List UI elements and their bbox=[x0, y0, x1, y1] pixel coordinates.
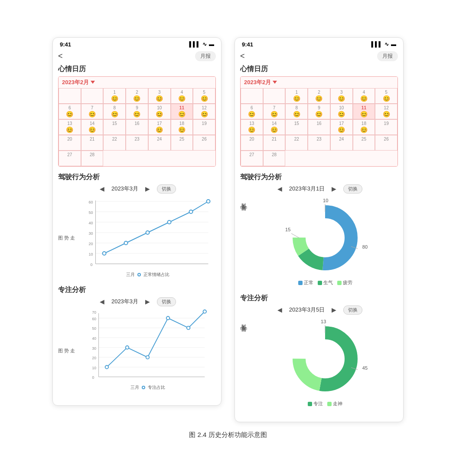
svg-point-41 bbox=[146, 355, 150, 359]
svg-point-54 bbox=[306, 340, 344, 378]
cal-empty bbox=[241, 88, 263, 104]
cal-day-17[interactable]: 17😊 bbox=[330, 119, 353, 135]
cal-day-21[interactable]: 21 bbox=[81, 135, 104, 151]
cal-day-26[interactable]: 26 bbox=[375, 135, 397, 151]
cal-day-7[interactable]: 7😊 bbox=[263, 104, 286, 119]
focus-legend-left: 三月 专注占比 bbox=[79, 384, 216, 391]
calendar-header-left: 2023年2月 bbox=[59, 77, 215, 88]
driving-prev-right[interactable]: ◀ bbox=[276, 184, 284, 193]
status-bar-left: 9:41 ▌▌▌ ∿ ▬ bbox=[53, 38, 221, 49]
focus-switch-right[interactable]: 切换 bbox=[343, 305, 362, 315]
cal-day-25[interactable]: 25 bbox=[353, 135, 375, 151]
cal-day-13[interactable]: 13😊 bbox=[241, 119, 263, 135]
cal-dropdown-icon-left bbox=[91, 81, 95, 84]
cal-day-6[interactable]: 6😊 bbox=[59, 104, 81, 119]
cal-day-23[interactable]: 23 bbox=[126, 135, 148, 151]
cal-day-16[interactable]: 16 bbox=[126, 119, 148, 135]
cal-day-2[interactable]: 2😊 bbox=[126, 88, 148, 104]
cal-day-6[interactable]: 6😊 bbox=[241, 104, 263, 119]
cal-day-23[interactable]: 23 bbox=[308, 135, 330, 151]
back-button-right[interactable]: < bbox=[240, 52, 245, 61]
focus-period-left: 2023年3月 bbox=[111, 298, 138, 305]
back-button-left[interactable]: < bbox=[58, 52, 63, 61]
svg-point-43 bbox=[187, 326, 190, 329]
cal-day-28[interactable]: 28 bbox=[81, 151, 104, 166]
cal-day-24[interactable]: 24 bbox=[148, 135, 171, 151]
focus-prev-left[interactable]: ◀ bbox=[98, 297, 106, 306]
focus-section-left: 专注分析 ◀ 2023年3月 ▶ 切换 走势图 0 10 20 bbox=[58, 286, 216, 392]
cal-day-11[interactable]: 11😊 bbox=[171, 104, 193, 119]
cal-day-9[interactable]: 9😊 bbox=[126, 104, 148, 119]
cal-day-15[interactable]: 15 bbox=[285, 119, 308, 135]
status-icons-right: ▌▌▌ ∿ ▬ bbox=[371, 41, 396, 47]
svg-point-42 bbox=[166, 316, 170, 320]
cal-day-10[interactable]: 10😊 bbox=[330, 104, 353, 119]
cal-day-14[interactable]: 14😊 bbox=[81, 119, 104, 135]
cal-day-18[interactable]: 18😊 bbox=[353, 119, 375, 135]
cal-empty bbox=[59, 88, 81, 104]
svg-text:10: 10 bbox=[92, 365, 97, 370]
cal-day-1[interactable]: 1😊 bbox=[285, 88, 308, 104]
focus-next-right[interactable]: ▶ bbox=[330, 305, 338, 314]
cal-day-4[interactable]: 4😊 bbox=[171, 88, 193, 104]
month-report-left[interactable]: 月报 bbox=[195, 51, 216, 61]
focus-title-left: 专注分析 bbox=[58, 286, 216, 295]
cal-day-19[interactable]: 19 bbox=[375, 119, 397, 135]
cal-day-25[interactable]: 25 bbox=[171, 135, 193, 151]
cal-day-27[interactable]: 27 bbox=[59, 151, 81, 166]
focus-switch-left[interactable]: 切换 bbox=[157, 297, 176, 306]
svg-point-48 bbox=[306, 219, 344, 257]
focus-next-left[interactable]: ▶ bbox=[143, 297, 152, 306]
cal-day-26[interactable]: 26 bbox=[193, 135, 215, 151]
cal-day-8[interactable]: 8😊 bbox=[103, 104, 126, 119]
annot-top-focus: 13 bbox=[321, 319, 326, 324]
cal-day-5[interactable]: 5😊 bbox=[375, 88, 397, 104]
svg-point-16 bbox=[103, 252, 106, 255]
svg-text:60: 60 bbox=[92, 316, 97, 321]
cal-day-22[interactable]: 22 bbox=[285, 135, 308, 151]
cal-day-18[interactable]: 18😊 bbox=[171, 119, 193, 135]
cal-day-28[interactable]: 28 bbox=[263, 151, 286, 166]
driving-switch-left[interactable]: 切换 bbox=[157, 184, 176, 194]
cal-day-20[interactable]: 20 bbox=[59, 135, 81, 151]
cal-day-11[interactable]: 11😊 bbox=[353, 104, 375, 119]
cal-day-14[interactable]: 14😊 bbox=[263, 119, 286, 135]
cal-day-21[interactable]: 21 bbox=[263, 135, 286, 151]
driving-prev-left[interactable]: ◀ bbox=[98, 184, 106, 193]
cal-day-19[interactable]: 19 bbox=[193, 119, 215, 135]
driving-donut-legend-right: 正常 生气 疲劳 bbox=[298, 279, 352, 286]
driving-switch-right[interactable]: 切换 bbox=[343, 184, 362, 194]
cal-day-24[interactable]: 24 bbox=[330, 135, 353, 151]
cal-day-8[interactable]: 8😊 bbox=[285, 104, 308, 119]
cal-day-10[interactable]: 10😊 bbox=[148, 104, 171, 119]
cal-day-4[interactable]: 4😊 bbox=[353, 88, 375, 104]
driving-next-left[interactable]: ▶ bbox=[143, 184, 152, 193]
focus-donut-label-right: 时长占比图 min bbox=[240, 320, 247, 331]
focus-chart-label-left: 走势图 bbox=[58, 348, 76, 354]
cal-day-15[interactable]: 15 bbox=[103, 119, 126, 135]
cal-day-1[interactable]: 1😊 bbox=[103, 88, 126, 104]
cal-day-3[interactable]: 3😊 bbox=[148, 88, 171, 104]
cal-day-20[interactable]: 20 bbox=[241, 135, 263, 151]
calendar-header-right: 2023年2月 bbox=[241, 77, 397, 88]
svg-point-17 bbox=[124, 241, 128, 245]
cal-day-3[interactable]: 3😊 bbox=[330, 88, 353, 104]
cal-day-12[interactable]: 12😊 bbox=[375, 104, 397, 119]
figure-caption: 图 2.4 历史分析功能示意图 bbox=[189, 431, 267, 439]
phone-content-left: < 月报 心情日历 2023年2月 1😊2😊3😊4😊5😊6😊7😊8😊9😊10😊1… bbox=[53, 49, 221, 405]
cal-day-17[interactable]: 17😊 bbox=[148, 119, 171, 135]
cal-day-27[interactable]: 27 bbox=[241, 151, 263, 166]
cal-day-7[interactable]: 7😊 bbox=[81, 104, 104, 119]
cal-day-2[interactable]: 2😊 bbox=[308, 88, 330, 104]
cal-day-13[interactable]: 13😊 bbox=[59, 119, 81, 135]
cal-day-12[interactable]: 12😊 bbox=[193, 104, 215, 119]
focus-prev-right[interactable]: ◀ bbox=[276, 305, 284, 314]
cal-day-22[interactable]: 22 bbox=[103, 135, 126, 151]
driving-nav-right: ◀ 2023年3月1日 ▶ 切换 bbox=[240, 184, 398, 194]
cal-day-5[interactable]: 5😊 bbox=[193, 88, 215, 104]
month-report-right[interactable]: 月报 bbox=[377, 51, 398, 61]
driving-next-right[interactable]: ▶ bbox=[330, 184, 338, 193]
cal-day-16[interactable]: 16 bbox=[308, 119, 330, 135]
svg-point-40 bbox=[126, 346, 129, 349]
cal-day-9[interactable]: 9😊 bbox=[308, 104, 330, 119]
